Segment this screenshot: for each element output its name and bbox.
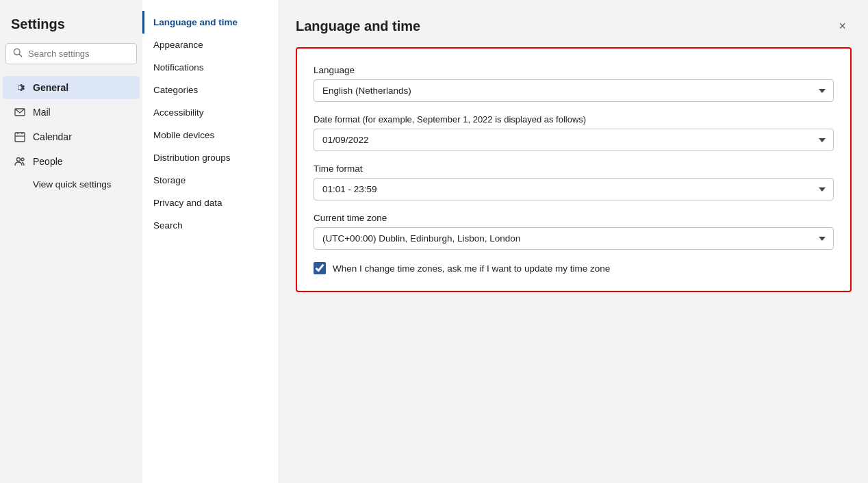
language-select[interactable]: English (Netherlands)English (United Sta… <box>314 79 834 102</box>
middle-item-storage-label: Storage <box>153 175 186 185</box>
timezone-select-wrapper: (UTC+00:00) Dublin, Edinburgh, Lisbon, L… <box>314 227 834 250</box>
middle-item-storage[interactable]: Storage <box>142 169 279 192</box>
timezone-select[interactable]: (UTC+00:00) Dublin, Edinburgh, Lisbon, L… <box>314 227 834 250</box>
svg-point-8 <box>21 158 24 161</box>
date-format-label: Date format (for example, September 1, 2… <box>314 114 834 125</box>
middle-item-distribution-groups[interactable]: Distribution groups <box>142 146 279 169</box>
language-select-wrapper: English (Netherlands)English (United Sta… <box>314 79 834 102</box>
timezone-label: Current time zone <box>314 213 834 223</box>
search-input[interactable] <box>28 49 129 59</box>
sidebar-item-people-label: People <box>33 156 63 167</box>
search-icon <box>13 48 23 60</box>
date-format-select-wrapper: 01/09/202209/01/20222022/01/09 <box>314 129 834 151</box>
sidebar-item-people[interactable]: People <box>3 150 140 173</box>
middle-item-notifications[interactable]: Notifications <box>142 56 279 79</box>
middle-item-language-and-time-label: Language and time <box>153 17 238 27</box>
timezone-checkbox-row: When I change time zones, ask me if I wa… <box>314 262 834 274</box>
middle-item-appearance[interactable]: Appearance <box>142 34 279 56</box>
middle-item-distribution-groups-label: Distribution groups <box>153 153 231 163</box>
middle-item-mobile-devices-label: Mobile devices <box>153 130 214 140</box>
middle-item-categories[interactable]: Categories <box>142 79 279 101</box>
time-format-field-section: Time format 01:01 - 23:591:01 AM - 11:59… <box>314 164 834 200</box>
timezone-checkbox[interactable] <box>314 262 326 274</box>
middle-item-privacy-and-data[interactable]: Privacy and data <box>142 192 279 214</box>
page-title: Language and time <box>296 18 420 34</box>
app-title: Settings <box>0 11 142 43</box>
main-content: Language and time × Language English (Ne… <box>279 0 868 483</box>
middle-item-search[interactable]: Search <box>142 214 279 237</box>
time-format-label: Time format <box>314 164 834 174</box>
language-label: Language <box>314 65 834 75</box>
people-icon <box>14 155 26 168</box>
date-format-select[interactable]: 01/09/202209/01/20222022/01/09 <box>314 129 834 151</box>
sidebar-item-general[interactable]: General <box>3 76 140 99</box>
sidebar-item-calendar-label: Calendar <box>33 131 72 142</box>
gear-icon <box>14 81 26 94</box>
middle-item-appearance-label: Appearance <box>153 40 203 50</box>
sidebar-sub-item-label: View quick settings <box>33 179 112 190</box>
middle-item-categories-label: Categories <box>153 85 198 95</box>
content-header: Language and time × <box>296 16 852 36</box>
search-box[interactable] <box>5 43 137 64</box>
middle-item-mobile-devices[interactable]: Mobile devices <box>142 124 279 146</box>
time-format-select-wrapper: 01:01 - 23:591:01 AM - 11:59 PM <box>314 178 834 200</box>
timezone-field-section: Current time zone (UTC+00:00) Dublin, Ed… <box>314 213 834 250</box>
middle-item-language-and-time[interactable]: Language and time <box>142 11 279 34</box>
middle-item-accessibility[interactable]: Accessibility <box>142 101 279 124</box>
language-field-section: Language English (Netherlands)English (U… <box>314 65 834 102</box>
svg-line-1 <box>19 54 22 57</box>
mail-icon <box>14 106 26 118</box>
middle-item-privacy-and-data-label: Privacy and data <box>153 198 222 208</box>
sidebar-item-general-label: General <box>33 82 68 93</box>
time-format-select[interactable]: 01:01 - 23:591:01 AM - 11:59 PM <box>314 178 834 200</box>
sidebar-item-mail[interactable]: Mail <box>3 101 140 124</box>
middle-item-accessibility-label: Accessibility <box>153 107 204 118</box>
sidebar-item-calendar[interactable]: Calendar <box>3 125 140 148</box>
sidebar-sub-item-view-quick-settings[interactable]: View quick settings <box>3 174 140 194</box>
middle-panel: Language and time Appearance Notificatio… <box>142 0 279 483</box>
middle-item-search-label: Search <box>153 220 183 231</box>
svg-point-7 <box>17 158 21 161</box>
middle-item-notifications-label: Notifications <box>153 62 204 73</box>
date-format-field-section: Date format (for example, September 1, 2… <box>314 114 834 151</box>
sidebar-item-mail-label: Mail <box>33 107 51 118</box>
calendar-icon <box>14 131 26 143</box>
sidebar: Settings General Mail <box>0 0 142 483</box>
timezone-checkbox-label: When I change time zones, ask me if I wa… <box>333 263 610 274</box>
content-box: Language English (Netherlands)English (U… <box>296 47 852 292</box>
svg-rect-3 <box>15 133 25 142</box>
close-button[interactable]: × <box>833 16 852 36</box>
